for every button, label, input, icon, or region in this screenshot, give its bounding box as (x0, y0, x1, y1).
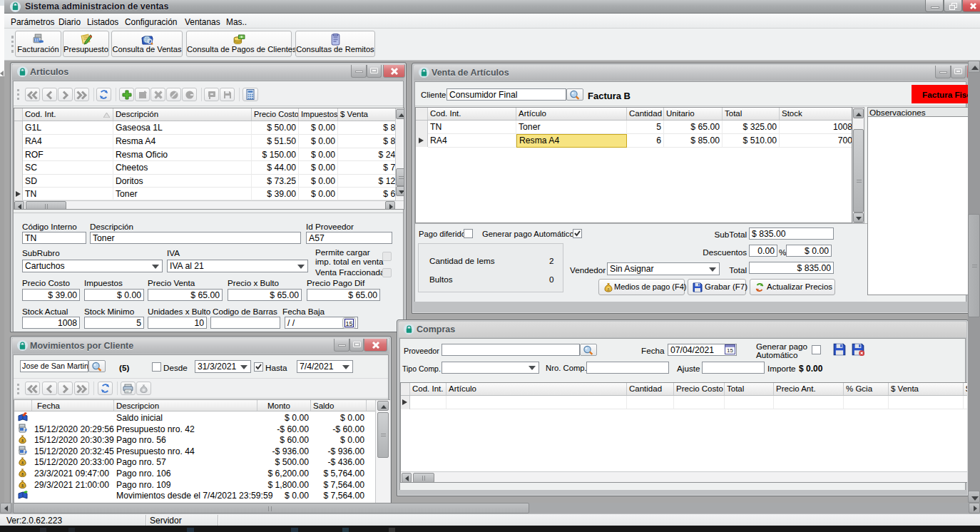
svg-text:8: 8 (21, 483, 24, 487)
svg-text:8: 8 (21, 461, 24, 465)
svg-text:8: 8 (21, 439, 24, 443)
svg-text:8: 8 (21, 472, 24, 476)
svg-text:15: 15 (345, 320, 352, 327)
svg-text:15: 15 (727, 347, 733, 354)
